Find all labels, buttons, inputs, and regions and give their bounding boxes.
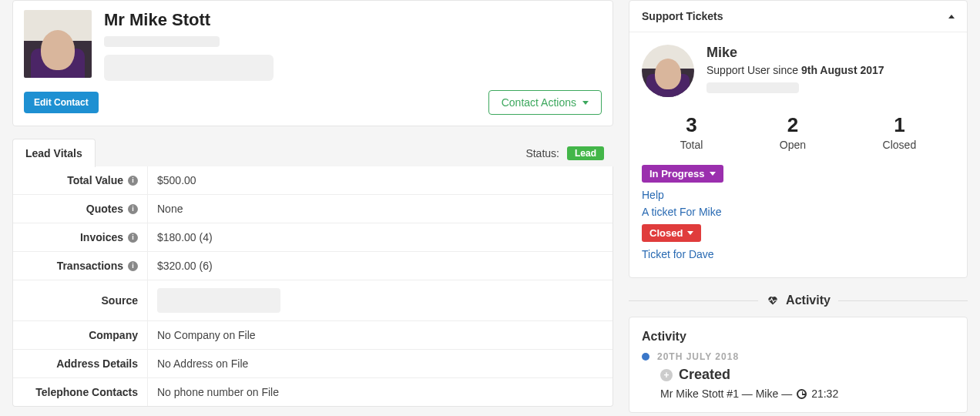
tabs-row: Lead Vitals Status: Lead: [12, 139, 613, 167]
info-icon[interactable]: i: [128, 261, 138, 271]
stat-open: 2 Open: [780, 113, 806, 151]
vitals-row-total: Total Valuei $500.00: [13, 166, 612, 195]
ticket-link-mike[interactable]: A ticket For Mike: [642, 206, 955, 218]
contact-actions-label: Contact Actions: [502, 96, 576, 109]
vitals-value: None: [148, 195, 612, 223]
vitals-row-transactions: Transactionsi $320.00 (6): [13, 252, 612, 280]
vitals-label: Address Details: [56, 357, 138, 370]
activity-panel: Activity 20TH JULY 2018 + Created Mr Mik…: [629, 317, 968, 413]
vitals-label: Invoices: [80, 231, 123, 243]
vitals-row-invoices: Invoicesi $180.00 (4): [13, 223, 612, 252]
support-avatar: [642, 45, 694, 97]
status-label: Status:: [525, 147, 559, 159]
vitals-value: $320.00 (6): [148, 252, 612, 280]
heartbeat-icon: [766, 295, 780, 306]
activity-detail: Mr Mike Stott #1 — Mike — 21:32: [660, 387, 955, 400]
vitals-row-source: Source: [13, 280, 612, 321]
edit-contact-button[interactable]: Edit Contact: [24, 92, 99, 113]
support-user-since: Support User since 9th August 2017: [706, 64, 884, 76]
activity-divider: Activity: [629, 294, 968, 307]
clock-icon: [797, 389, 807, 399]
contact-header-panel: Mr Mike Stott Edit Contact Contact Actio…: [12, 0, 613, 126]
caret-down-icon: [687, 231, 693, 235]
activity-created-row: + Created: [660, 367, 955, 383]
support-panel: Support Tickets Mike Support User since …: [629, 0, 968, 278]
activity-title: Activity: [642, 330, 955, 344]
vitals-value: $500.00: [148, 166, 612, 194]
vitals-label: Source: [102, 294, 138, 307]
tab-lead-vitals[interactable]: Lead Vitals: [12, 139, 96, 167]
vitals-value: No Company on File: [148, 321, 612, 349]
status-area: Status: Lead: [525, 146, 613, 160]
ticket-link-dave[interactable]: Ticket for Dave: [642, 248, 955, 260]
placeholder-line: [104, 36, 220, 47]
support-panel-title: Support Tickets: [642, 10, 723, 22]
info-icon[interactable]: i: [128, 233, 138, 243]
timeline-dot-icon: [642, 353, 649, 361]
support-panel-header[interactable]: Support Tickets: [629, 1, 967, 32]
caret-down-icon: [582, 101, 589, 105]
vitals-row-company: Company No Company on File: [13, 321, 612, 350]
info-icon[interactable]: i: [128, 204, 138, 214]
caret-down-icon: [710, 172, 716, 176]
ticket-link-help[interactable]: Help: [642, 189, 955, 201]
vitals-label: Transactions: [57, 260, 123, 272]
vitals-value: No Address on File: [148, 350, 612, 377]
vitals-row-quotes: Quotesi None: [13, 195, 612, 223]
vitals-label: Quotes: [86, 203, 123, 215]
support-user-name: Mike: [706, 45, 884, 61]
vitals-row-address: Address Details No Address on File: [13, 350, 612, 378]
status-in-progress-button[interactable]: In Progress: [642, 165, 723, 183]
plus-circle-icon: +: [660, 369, 673, 381]
ticket-stats: 3 Total 2 Open 1 Closed: [642, 113, 955, 151]
vitals-value: No phone number on File: [148, 378, 612, 406]
contact-actions-button[interactable]: Contact Actions: [488, 90, 602, 115]
vitals-label: Company: [89, 329, 138, 341]
info-icon[interactable]: i: [128, 176, 138, 186]
stat-closed: 1 Closed: [883, 113, 917, 151]
contact-avatar: [24, 10, 92, 78]
vitals-row-phone: Telephone Contacts No phone number on Fi…: [13, 378, 612, 406]
vitals-table: Total Valuei $500.00 Quotesi None Invoic…: [12, 166, 613, 407]
vitals-label: Telephone Contacts: [35, 386, 138, 398]
vitals-value: $180.00 (4): [148, 223, 612, 251]
vitals-label: Total Value: [67, 174, 123, 186]
placeholder-line: [706, 82, 799, 93]
placeholder-block: [104, 55, 274, 81]
activity-date: 20TH JULY 2018: [642, 351, 955, 362]
caret-up-icon: [948, 15, 955, 18]
contact-name: Mr Mike Stott: [104, 10, 602, 30]
stat-total: 3 Total: [680, 113, 703, 151]
source-input[interactable]: [157, 288, 280, 313]
status-badge: Lead: [567, 146, 604, 160]
status-closed-button[interactable]: Closed: [642, 224, 701, 242]
